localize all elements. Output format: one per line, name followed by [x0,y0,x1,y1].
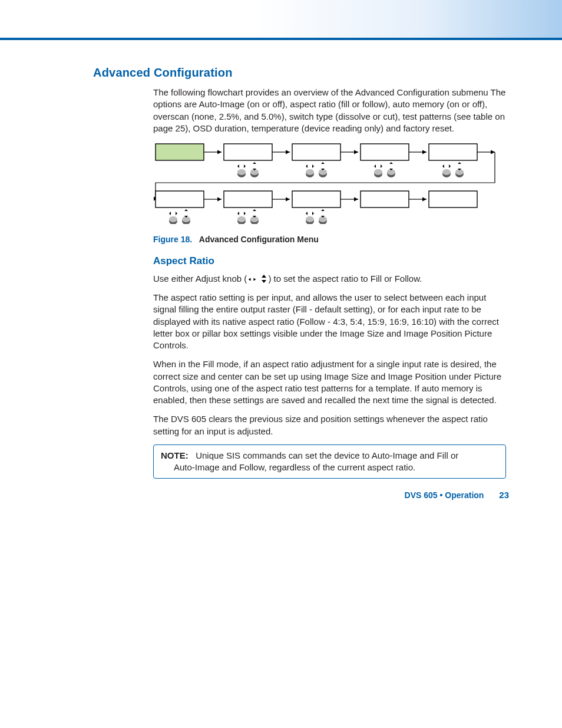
aspect-p4: The DVS 605 clears the previous size and… [153,413,506,437]
adjust-knob-pair-icon [442,162,464,177]
fc-box [156,191,204,207]
footer-page: 23 [486,490,509,500]
footer-doc: DVS 605 • Operation [405,490,484,500]
note-line2: Auto-Image and Follow, regardless of the… [161,462,498,473]
fc-box [429,144,477,160]
flowchart-row-1 [156,144,495,199]
adjust-knob-pair-icon [169,209,190,224]
top-gradient-band [0,0,562,38]
note-line1: Unique SIS commands can set the device t… [196,450,458,460]
adjust-knob-pair-icon [306,162,327,177]
aspect-use-suffix: ) to set the aspect ratio to Fill or Fol… [268,274,422,284]
figure-caption: Figure 18. Advanced Configuration Menu [153,235,509,244]
fc-box [429,191,477,207]
vert-adjust-icon [260,274,267,284]
figure-title: Advanced Configuration Menu [199,235,319,244]
adjust-knob-pair-icon [237,209,259,224]
page-body: Advanced Configuration The following flo… [0,40,562,514]
figure-label: Figure 18. [153,235,192,244]
intro-paragraph: The following flowchart provides an over… [153,87,506,134]
fc-box [361,144,409,160]
fc-box [224,191,272,207]
fc-box [292,191,340,207]
figure-18: Figure 18. Advanced Configuration Menu [153,141,509,244]
page-footer: DVS 605 • Operation 23 [405,490,509,500]
fc-box [224,144,272,160]
subsection-heading: Aspect Ratio [153,255,506,268]
aspect-ratio-section: Aspect Ratio Use either Adjust knob ( ) … [153,255,506,479]
note-label: NOTE: [161,450,189,460]
aspect-use-prefix: Use either Adjust knob ( [153,274,247,284]
flowchart-row-2 [156,191,477,224]
flowchart-svg [153,141,507,224]
fc-box [156,144,204,160]
aspect-p2: The aspect ratio setting is per input, a… [153,292,506,351]
aspect-p3: When in the Fill mode, if an aspect rati… [153,358,506,406]
adjust-knob-pair-icon [237,162,259,177]
adjust-knob-pair-icon [374,162,395,177]
fc-box [361,191,409,207]
fc-box [292,144,340,160]
horiz-adjust-icon [247,275,257,284]
aspect-use-line: Use either Adjust knob ( ) to set the as… [153,273,506,285]
intro-block: The following flowchart provides an over… [153,87,506,134]
adjust-knob-pair-icon [306,209,327,224]
note-box: NOTE: Unique SIS commands can set the de… [153,444,506,479]
section-heading: Advanced Configuration [93,66,509,80]
